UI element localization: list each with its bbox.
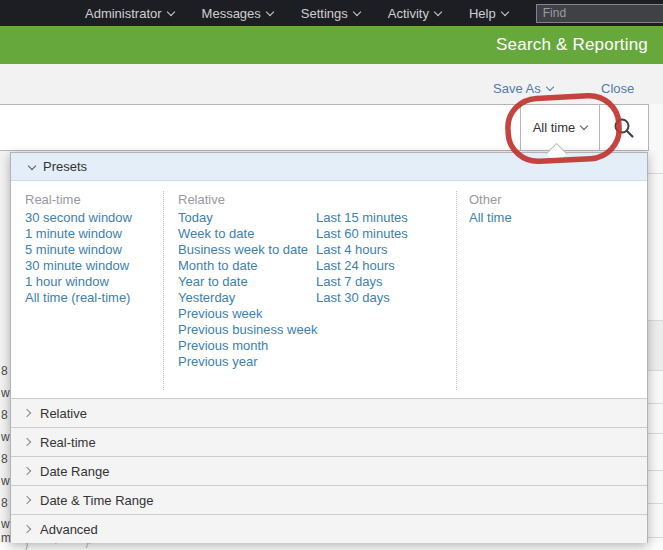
chevron-down-icon [266,7,274,15]
menu-administrator[interactable]: Administrator [85,6,174,21]
menu-help-label: Help [469,6,496,21]
section-real-time-label: Real-time [40,435,96,450]
preset-link-week-to-date[interactable]: Week to date [178,226,316,242]
app-bar: Search & Reporting [0,26,663,64]
preset-link-last-30-days[interactable]: Last 30 days [316,290,451,306]
section-date-range-label: Date Range [40,464,109,479]
preset-link-business-week-to-date[interactable]: Business week to date [178,242,316,258]
preset-column-header: Other [469,193,599,207]
background-fragment: 8 [1,364,10,378]
background-fragment: w [1,386,10,400]
chevron-right-icon [23,438,31,446]
chevron-right-icon [23,409,31,417]
chevron-right-icon [23,467,31,475]
background-fragment: w [1,474,10,488]
close-label: Close [601,81,634,96]
menu-settings[interactable]: Settings [301,6,360,21]
preset-column-realtime: Real-time 30 second window 1 minute wind… [25,181,165,306]
close-button[interactable]: Close [601,81,634,96]
background-fragment: m [1,531,10,545]
preset-link-year-to-date[interactable]: Year to date [178,274,316,290]
chevron-right-icon [23,525,31,533]
preset-link-30-second-window[interactable]: 30 second window [25,210,165,226]
preset-link-last-4-hours[interactable]: Last 4 hours [316,242,451,258]
menu-administrator-label: Administrator [85,6,162,21]
preset-link-last-24-hours[interactable]: Last 24 hours [316,258,451,274]
chevron-down-icon [28,161,36,169]
menu-settings-label: Settings [301,6,348,21]
save-as-label: Save As [493,81,541,96]
time-range-picker-panel: Presets Real-time 30 second window 1 min… [10,152,648,543]
preset-link-5-minute-window[interactable]: 5 minute window [25,242,165,258]
background-fragment: 8 [1,496,10,510]
section-relative-label: Relative [40,406,87,421]
menu-activity[interactable]: Activity [388,6,441,21]
section-advanced[interactable]: Advanced [11,514,647,543]
chevron-down-icon [500,7,508,15]
section-date-time-range[interactable]: Date & Time Range [11,485,647,514]
search-submit-button[interactable] [600,105,648,150]
background-fragment: w [1,517,10,531]
preset-link-1-minute-window[interactable]: 1 minute window [25,226,165,242]
preset-link-previous-year[interactable]: Previous year [178,354,316,370]
preset-column-header: Relative [178,193,316,207]
menu-help[interactable]: Help [469,6,508,21]
preset-link-yesterday[interactable]: Yesterday [178,290,316,306]
time-range-label: All time [533,120,576,135]
preset-link-last-15-minutes[interactable]: Last 15 minutes [316,210,451,226]
section-real-time[interactable]: Real-time [11,427,647,456]
background-fragment: 8 [1,452,10,466]
preset-column-last: Last 15 minutes Last 60 minutes Last 4 h… [316,181,451,306]
save-as-button[interactable]: Save As [493,81,553,96]
chevron-right-icon [23,496,31,504]
section-date-time-range-label: Date & Time Range [40,493,153,508]
preset-link-month-to-date[interactable]: Month to date [178,258,316,274]
menu-activity-label: Activity [388,6,429,21]
chevron-down-icon [434,7,442,15]
splunk-search-screen: Administrator Messages Settings Activity… [0,0,663,550]
app-title: Search & Reporting [496,35,648,55]
preset-link-previous-month[interactable]: Previous month [178,338,316,354]
background-fragment: w [1,430,10,444]
time-range-picker-button[interactable]: All time [520,105,600,150]
preset-link-all-time-realtime[interactable]: All time (real-time) [25,290,165,306]
preset-link-last-60-minutes[interactable]: Last 60 minutes [316,226,451,242]
preset-link-previous-business-week[interactable]: Previous business week [178,322,316,338]
preset-link-previous-week[interactable]: Previous week [178,306,316,322]
preset-column-relative: Relative Today Week to date Business wee… [178,181,316,370]
preset-link-1-hour-window[interactable]: 1 hour window [25,274,165,290]
preset-link-30-minute-window[interactable]: 30 minute window [25,258,165,274]
section-advanced-label: Advanced [40,522,98,537]
chevron-down-icon [166,7,174,15]
section-date-range[interactable]: Date Range [11,456,647,485]
background-bottom-strip [0,543,663,550]
menu-messages[interactable]: Messages [202,6,273,21]
section-relative[interactable]: Relative [11,398,647,427]
preset-link-all-time[interactable]: All time [469,210,599,226]
chevron-down-icon [353,7,361,15]
preset-column-header: Real-time [25,193,165,207]
search-query-input[interactable] [0,105,520,150]
background-fragment: 8 [1,408,10,422]
background-page-strip [648,104,663,550]
preset-link-last-7-days[interactable]: Last 7 days [316,274,451,290]
presets-header-label: Presets [43,159,87,174]
find-input[interactable] [536,4,663,23]
column-divider [456,191,457,390]
chevron-down-icon [580,122,588,130]
presets-body: Real-time 30 second window 1 minute wind… [11,181,647,398]
magnifier-icon [612,116,636,140]
menu-messages-label: Messages [202,6,261,21]
search-bar: All time [0,104,649,151]
preset-column-other: Other All time [469,181,599,226]
top-navigation-bar: Administrator Messages Settings Activity… [0,0,663,26]
chevron-down-icon [545,83,553,91]
preset-link-today[interactable]: Today [178,210,316,226]
